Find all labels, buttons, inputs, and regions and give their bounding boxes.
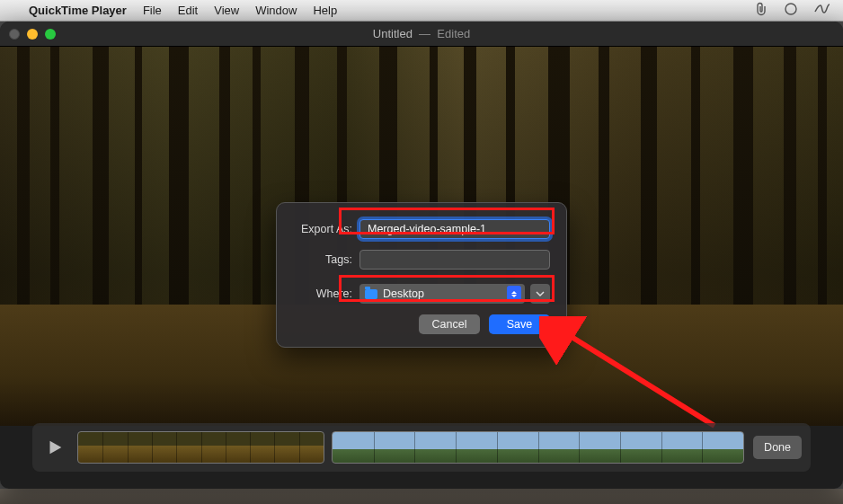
- folder-icon: [365, 289, 377, 299]
- timeline-clip-2[interactable]: [332, 431, 744, 464]
- menu-file[interactable]: File: [143, 4, 162, 17]
- quicktime-window: Untitled — Edited: [0, 22, 843, 489]
- menu-view[interactable]: View: [214, 4, 239, 17]
- menu-window[interactable]: Window: [255, 4, 297, 17]
- svg-point-0: [785, 4, 796, 14]
- export-as-label: Export As:: [293, 223, 352, 235]
- export-as-input[interactable]: [359, 219, 550, 239]
- export-dialog: Export As: Tags: Where: Desktop Cancel: [276, 202, 567, 348]
- menu-help[interactable]: Help: [313, 4, 337, 17]
- window-minimize-button[interactable]: [27, 29, 38, 40]
- app-menu[interactable]: QuickTime Player: [29, 4, 127, 17]
- where-value: Desktop: [383, 287, 424, 300]
- menu-edit[interactable]: Edit: [178, 4, 198, 17]
- play-button[interactable]: [41, 434, 68, 461]
- where-label: Where:: [293, 287, 352, 300]
- cancel-button[interactable]: Cancel: [419, 314, 480, 334]
- moon-icon[interactable]: [784, 2, 798, 19]
- tags-label: Tags:: [293, 253, 352, 266]
- macos-menubar: QuickTime Player File Edit View Window H…: [0, 0, 843, 22]
- window-zoom-button[interactable]: [45, 29, 56, 40]
- window-close-button[interactable]: [9, 29, 20, 40]
- desktop-background: [0, 489, 843, 504]
- edit-timeline: Done: [32, 423, 811, 472]
- where-location-popup[interactable]: Desktop: [359, 284, 525, 304]
- window-title: Untitled — Edited: [373, 27, 470, 40]
- window-titlebar[interactable]: Untitled — Edited: [0, 22, 843, 47]
- attachment-icon[interactable]: [755, 2, 768, 19]
- updown-arrows-icon: [507, 286, 521, 302]
- save-button[interactable]: Save: [489, 314, 550, 334]
- timeline-clip-1[interactable]: [77, 431, 324, 464]
- scribble-icon[interactable]: [814, 3, 830, 18]
- done-button[interactable]: Done: [753, 436, 802, 459]
- tags-input[interactable]: [359, 250, 550, 270]
- expand-browser-button[interactable]: [530, 284, 550, 304]
